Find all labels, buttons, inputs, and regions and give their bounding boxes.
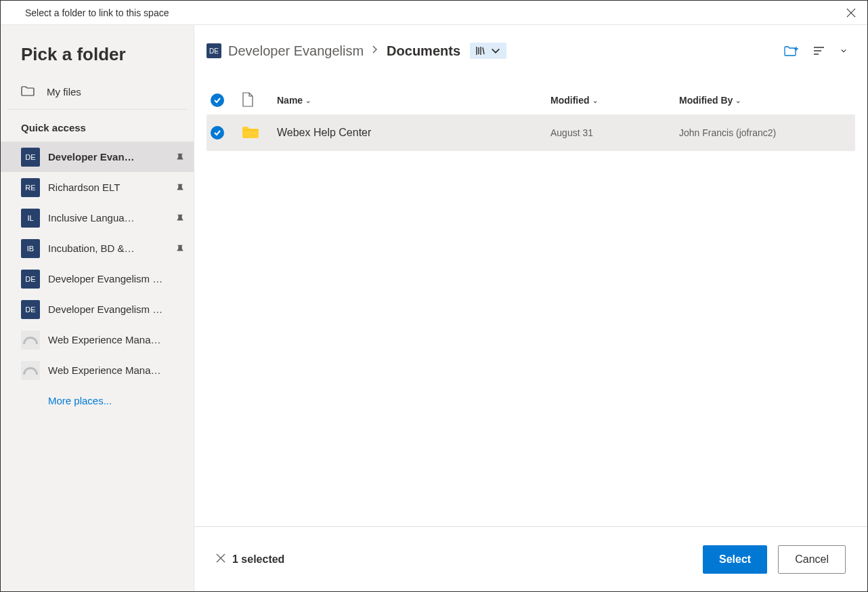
- close-button[interactable]: [843, 5, 859, 21]
- close-icon: [846, 8, 856, 18]
- chevron-down-icon: ⌄: [735, 97, 741, 104]
- file-list-area: Name ⌄ Modified ⌄ Modified By ⌄: [194, 66, 867, 526]
- column-modified-by[interactable]: Modified By ⌄: [679, 95, 855, 106]
- breadcrumb: DE Developer Evangelism Documents: [194, 25, 867, 66]
- table-row[interactable]: Webex Help Center August 31 John Francis…: [207, 114, 855, 151]
- sidebar-my-files[interactable]: My files: [1, 79, 194, 105]
- pin-icon[interactable]: [175, 152, 186, 163]
- chevron-right-icon: [370, 45, 380, 57]
- sidebar-heading: Pick a folder: [1, 44, 194, 79]
- pin-icon[interactable]: [175, 213, 186, 224]
- column-headers: Name ⌄ Modified ⌄ Modified By ⌄: [207, 86, 855, 114]
- row-checkbox[interactable]: [207, 126, 242, 140]
- row-name: Webex Help Center: [277, 127, 550, 139]
- column-modified[interactable]: Modified ⌄: [550, 95, 679, 106]
- folder-picker-dialog: Select a folder to link to this space Pi…: [0, 0, 868, 592]
- type-column-icon: [242, 92, 277, 109]
- more-places-link[interactable]: More places...: [1, 385, 194, 416]
- dialog-footer: 1 selected Select Cancel: [194, 526, 867, 591]
- site-badge: IB: [21, 239, 40, 258]
- folder-outline-icon: [21, 85, 35, 98]
- new-folder-button[interactable]: [782, 41, 801, 60]
- site-badge: [21, 361, 40, 380]
- sidebar-item-web-experience-1[interactable]: Web Experience Mana…: [1, 324, 194, 355]
- cancel-button[interactable]: Cancel: [778, 545, 846, 574]
- sidebar-item-label: Web Experience Mana…: [48, 364, 186, 376]
- sidebar-item-incubation-bd[interactable]: IB Incubation, BD &…: [1, 233, 194, 263]
- site-badge: DE: [21, 300, 40, 319]
- sidebar-item-developer-evangelism-2[interactable]: DE Developer Evangelism …: [1, 263, 194, 294]
- row-modified: August 31: [550, 127, 679, 138]
- column-name-label: Name: [277, 95, 303, 106]
- sidebar: Pick a folder My files Quick access DE D…: [1, 25, 194, 591]
- sidebar-item-label: Developer Evangelism …: [48, 303, 186, 315]
- quick-access-list: DE Developer Evan… RE Richardson ELT IL …: [1, 142, 194, 385]
- sidebar-item-web-experience-2[interactable]: Web Experience Mana…: [1, 355, 194, 385]
- site-badge: RE: [21, 178, 40, 197]
- main-content: DE Developer Evangelism Documents: [194, 25, 867, 591]
- chevron-down-icon: [490, 45, 501, 56]
- toolbar: [782, 41, 848, 60]
- view-switcher[interactable]: [470, 43, 506, 59]
- sidebar-item-inclusive-language[interactable]: IL Inclusive Langua…: [1, 203, 194, 233]
- tiles-icon: [475, 45, 486, 56]
- sidebar-item-label: Web Experience Mana…: [48, 334, 186, 345]
- titlebar: Select a folder to link to this space: [1, 1, 867, 25]
- dialog-title: Select a folder to link to this space: [25, 7, 169, 18]
- site-badge: IL: [21, 209, 40, 228]
- selection-count: 1 selected: [232, 553, 284, 566]
- breadcrumb-badge: DE: [207, 43, 221, 58]
- my-files-label: My files: [47, 86, 81, 98]
- checkmark-icon: [211, 126, 224, 140]
- sort-chevron[interactable]: [839, 41, 848, 60]
- chevron-down-icon: ⌄: [592, 97, 598, 104]
- breadcrumb-parent[interactable]: Developer Evangelism: [228, 43, 364, 59]
- site-badge: DE: [21, 270, 40, 289]
- select-button[interactable]: Select: [703, 545, 767, 574]
- pin-icon[interactable]: [175, 243, 186, 254]
- sidebar-item-developer-evangelism-3[interactable]: DE Developer Evangelism …: [1, 294, 194, 324]
- dialog-body: Pick a folder My files Quick access DE D…: [1, 25, 867, 591]
- chevron-down-icon: ⌄: [305, 97, 311, 104]
- sidebar-divider: [7, 109, 187, 110]
- close-icon: [216, 553, 225, 566]
- breadcrumb-current: Documents: [387, 43, 460, 59]
- quick-access-label: Quick access: [1, 122, 194, 142]
- site-badge: DE: [21, 148, 40, 167]
- checkmark-icon: [211, 93, 224, 107]
- clear-selection[interactable]: 1 selected: [216, 553, 284, 566]
- site-badge: [21, 331, 40, 350]
- select-all-checkbox[interactable]: [207, 93, 242, 107]
- column-name[interactable]: Name ⌄: [277, 95, 550, 106]
- column-modified-label: Modified: [550, 95, 590, 106]
- sidebar-item-label: Developer Evangelism …: [48, 273, 186, 284]
- row-modified-by: John Francis (jofranc2): [679, 127, 855, 138]
- sidebar-item-label: Incubation, BD &…: [48, 242, 175, 254]
- pin-icon[interactable]: [175, 182, 186, 193]
- sidebar-item-label: Richardson ELT: [48, 182, 175, 193]
- sidebar-item-richardson-elt[interactable]: RE Richardson ELT: [1, 172, 194, 203]
- sidebar-item-label: Developer Evan…: [48, 151, 175, 163]
- folder-icon: [242, 125, 277, 141]
- chevron-down-icon: [840, 47, 847, 54]
- sort-button[interactable]: [810, 41, 829, 60]
- sidebar-item-label: Inclusive Langua…: [48, 212, 175, 224]
- sidebar-item-developer-evangelism[interactable]: DE Developer Evan…: [1, 142, 194, 172]
- column-modified-by-label: Modified By: [679, 95, 733, 106]
